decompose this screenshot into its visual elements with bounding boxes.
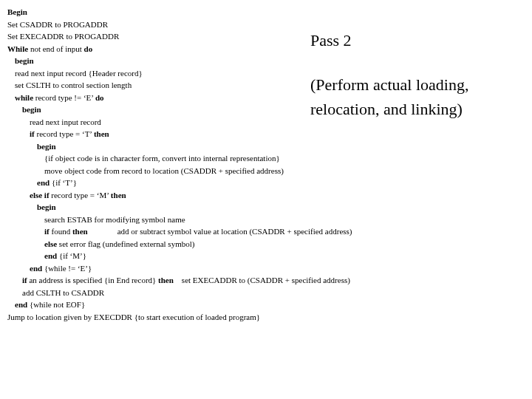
code-line: if record type = ‘T’ then [30, 128, 525, 140]
code-line: search ESTAB for modifying symbol name [44, 214, 525, 226]
pass-description: (Perform actual loading, relocation, and… [310, 72, 517, 121]
kw-begin: Begin [7, 7, 27, 16]
code-line: begin [15, 55, 525, 67]
code-line: Set EXECADDR to PROGADDR [7, 30, 525, 43]
code-line: While not end of input do [7, 43, 525, 55]
code-line: end {if ‘M’} [44, 250, 525, 262]
code-line: else set error flag (undefined external … [44, 238, 525, 250]
code-line: begin [37, 201, 525, 214]
code-line: else if record type = ‘M’ then [30, 189, 525, 202]
code-line: if an address is specified {in End recor… [22, 274, 525, 287]
code-line: if found thenadd or subtract symbol valu… [44, 225, 525, 238]
code-line: end {while != ‘E’} [30, 262, 525, 275]
code-line: Jump to location given by EXECDDR {to st… [7, 311, 525, 324]
code-line: end {if ‘T’} [37, 177, 525, 189]
code-line: add CSLTH to CSADDR [22, 287, 525, 299]
pseudocode-page: Pass 2 (Perform actual loading, relocati… [7, 6, 525, 323]
code-line: move object code from record to location… [44, 165, 525, 177]
code-line: Set CSADDR to PROGADDR [7, 18, 525, 31]
pass-title: Pass 2 [310, 28, 352, 52]
code-line: {if object code is in character form, co… [44, 152, 525, 165]
code-line: end {while not EOF} [15, 299, 525, 311]
code-line: begin [37, 140, 525, 153]
code-line: Begin [7, 6, 525, 18]
